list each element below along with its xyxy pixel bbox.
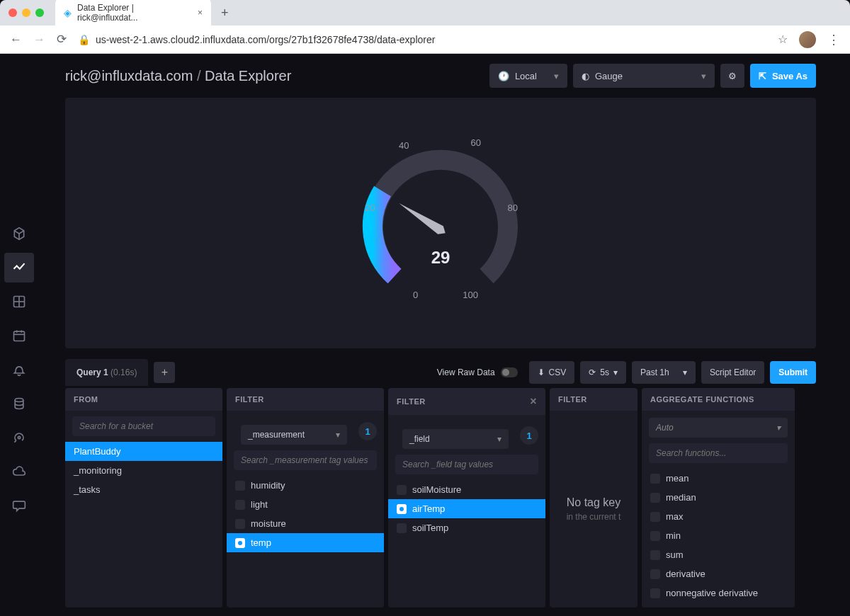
query-tab-time: (0.16s) bbox=[110, 367, 137, 377]
query-tab[interactable]: Query 1 (0.16s) bbox=[65, 359, 148, 386]
function-item[interactable]: median bbox=[642, 488, 795, 507]
customize-button[interactable]: ⚙ bbox=[720, 64, 744, 88]
tag-value-item[interactable]: moisture bbox=[227, 514, 384, 533]
function-item[interactable]: mean bbox=[642, 469, 795, 488]
profile-avatar[interactable] bbox=[799, 31, 816, 48]
tag-value-search-input[interactable] bbox=[395, 455, 538, 474]
tag-value-item[interactable]: light bbox=[227, 495, 384, 514]
function-item[interactable]: sum bbox=[642, 545, 795, 564]
view-raw-data-toggle[interactable]: View Raw Data bbox=[437, 367, 518, 377]
timezone-label: Local bbox=[515, 71, 537, 81]
browser-tab[interactable]: ◈ Data Explorer | rick@influxdat... × bbox=[55, 0, 211, 28]
time-range-dropdown[interactable]: Past 1h ▾ bbox=[632, 361, 696, 384]
maximize-window-icon[interactable] bbox=[35, 8, 44, 17]
download-icon: ⬇ bbox=[538, 367, 545, 377]
filter-column-3: FILTER No tag key in the current t bbox=[550, 388, 638, 608]
query-bar: Query 1 (0.16s) + View Raw Data ⬇ CSV ⟳ … bbox=[65, 357, 816, 388]
url-field[interactable]: 🔒 us-west-2-1.aws.cloud2.influxdata.com/… bbox=[78, 34, 766, 45]
chevron-down-icon: ▾ bbox=[613, 367, 618, 377]
back-icon[interactable]: ← bbox=[10, 33, 22, 47]
checkbox-icon bbox=[650, 569, 660, 579]
script-editor-button[interactable]: Script Editor bbox=[701, 361, 764, 384]
nav-home-icon[interactable] bbox=[4, 219, 34, 249]
filter-column-2: FILTER× _field ▾ 1 soilMoisture airTemp … bbox=[388, 388, 545, 608]
gauge-tick-80: 80 bbox=[508, 203, 518, 213]
window-controls bbox=[8, 8, 44, 17]
checkbox-icon bbox=[397, 523, 407, 533]
gauge-tick-20: 20 bbox=[365, 203, 375, 213]
viz-type-dropdown[interactable]: ◐ Gauge ▾ bbox=[573, 64, 715, 88]
bucket-item[interactable]: _tasks bbox=[65, 480, 222, 499]
submit-button[interactable]: Submit bbox=[770, 361, 816, 384]
tag-value-item[interactable]: humidity bbox=[227, 476, 384, 495]
save-as-button[interactable]: ⇱ Save As bbox=[750, 64, 816, 88]
clock-icon: 🕐 bbox=[498, 71, 509, 81]
tag-value-list: soilMoisture airTemp soilTemp bbox=[388, 479, 545, 539]
add-query-button[interactable]: + bbox=[154, 362, 175, 383]
chevron-down-icon: ▾ bbox=[336, 430, 340, 440]
minimize-window-icon[interactable] bbox=[22, 8, 30, 17]
save-as-label: Save As bbox=[772, 71, 808, 81]
svg-point-7 bbox=[15, 399, 23, 402]
tab-close-icon[interactable]: × bbox=[198, 8, 203, 18]
checkbox-icon bbox=[650, 474, 660, 484]
tag-key-dropdown[interactable]: _measurement ▾ bbox=[241, 425, 347, 445]
query-builder: FROM PlantBuddy _monitoring _tasks FILTE… bbox=[65, 388, 816, 608]
nav-settings-icon[interactable] bbox=[4, 423, 34, 452]
bucket-item[interactable]: PlantBuddy bbox=[65, 442, 222, 461]
tag-value-item[interactable]: soilTemp bbox=[388, 518, 545, 537]
bucket-search-input[interactable] bbox=[72, 416, 215, 436]
nav-feedback-icon[interactable] bbox=[4, 491, 34, 520]
breadcrumb-org[interactable]: rick@influxdata.com bbox=[65, 68, 193, 84]
chevron-down-icon: ▾ bbox=[683, 367, 687, 377]
close-window-icon[interactable] bbox=[8, 8, 17, 17]
function-item[interactable]: derivative bbox=[642, 564, 795, 583]
tab-title: Data Explorer | rick@influxdat... bbox=[77, 3, 192, 23]
gauge-chart: 0 20 40 60 80 100 29 bbox=[345, 127, 536, 319]
function-list: mean median max min sum derivative nonne… bbox=[642, 467, 795, 604]
gauge-icon: ◐ bbox=[582, 71, 589, 81]
filter-column-1: FILTER _measurement ▾ 1 humidity light m… bbox=[227, 388, 384, 608]
function-item[interactable]: min bbox=[642, 526, 795, 545]
visualization-panel: 0 20 40 60 80 100 29 bbox=[65, 98, 816, 348]
nav-alerts-icon[interactable] bbox=[4, 355, 34, 384]
checkbox-icon bbox=[650, 493, 660, 503]
side-nav bbox=[0, 54, 38, 616]
checkbox-icon bbox=[235, 538, 245, 548]
breadcrumb: rick@influxdata.com / Data Explorer bbox=[65, 68, 291, 84]
menu-icon[interactable]: ⋮ bbox=[827, 32, 840, 47]
aggregate-column: AGGREGATE FUNCTIONS Auto ▾ mean median m… bbox=[642, 388, 795, 608]
tag-value-search-input[interactable] bbox=[234, 450, 377, 470]
script-editor-label: Script Editor bbox=[710, 367, 756, 377]
nav-tasks-icon[interactable] bbox=[4, 321, 34, 350]
nav-dashboards-icon[interactable] bbox=[4, 287, 34, 316]
reload-icon[interactable]: ⟳ bbox=[57, 32, 67, 47]
function-item[interactable]: nonnegative derivative bbox=[642, 583, 795, 603]
new-tab-icon[interactable]: + bbox=[221, 6, 229, 21]
bucket-item[interactable]: _monitoring bbox=[65, 461, 222, 480]
tag-value-item[interactable]: soilMoisture bbox=[388, 480, 545, 499]
checkbox-icon bbox=[235, 481, 245, 491]
csv-button[interactable]: ⬇ CSV bbox=[529, 361, 575, 384]
page-header: rick@influxdata.com / Data Explorer 🕐 Lo… bbox=[65, 64, 816, 88]
selection-count-badge: 1 bbox=[520, 426, 538, 445]
remove-filter-icon[interactable]: × bbox=[530, 395, 537, 408]
bookmark-icon[interactable]: ☆ bbox=[778, 33, 788, 46]
timezone-dropdown[interactable]: 🕐 Local ▾ bbox=[489, 64, 567, 88]
tag-key-dropdown[interactable]: _field ▾ bbox=[402, 429, 509, 449]
svg-point-8 bbox=[18, 436, 20, 438]
function-search-input[interactable] bbox=[649, 443, 788, 463]
gauge-tick-0: 0 bbox=[413, 290, 418, 300]
chevron-down-icon: ▾ bbox=[497, 434, 502, 444]
filter-header: FILTER× bbox=[388, 388, 545, 415]
nav-cloud-icon[interactable] bbox=[4, 457, 34, 486]
window-dropdown[interactable]: Auto ▾ bbox=[649, 418, 788, 438]
function-item[interactable]: max bbox=[642, 507, 795, 526]
tag-key-label: _field bbox=[409, 434, 430, 444]
nav-data-explorer-icon[interactable] bbox=[4, 253, 34, 283]
refresh-dropdown[interactable]: ⟳ 5s ▾ bbox=[580, 361, 626, 384]
nav-load-data-icon[interactable] bbox=[4, 389, 34, 418]
tag-value-item[interactable]: temp bbox=[227, 533, 384, 552]
gauge-tick-100: 100 bbox=[463, 290, 478, 300]
tag-value-item[interactable]: airTemp bbox=[388, 499, 545, 518]
